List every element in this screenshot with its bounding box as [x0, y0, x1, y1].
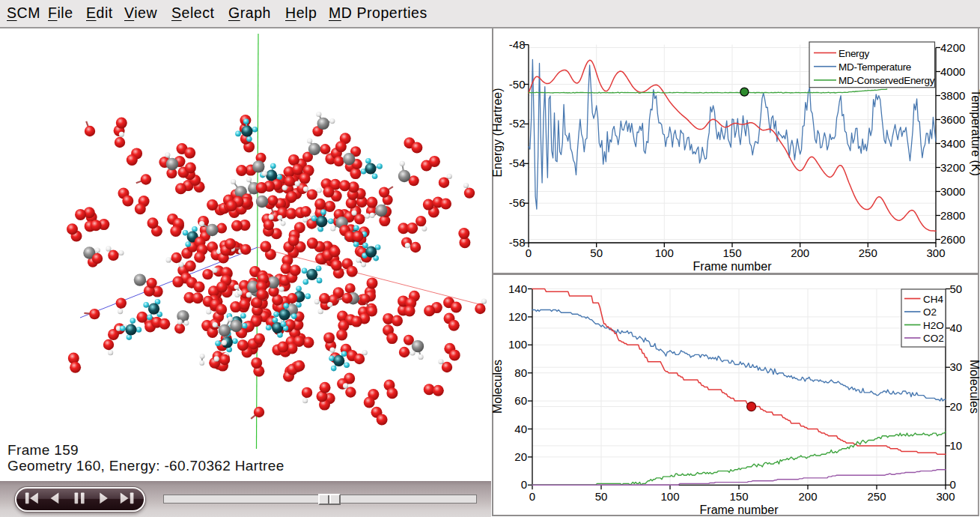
svg-text:80: 80 — [514, 366, 527, 379]
svg-text:60: 60 — [514, 394, 527, 407]
svg-text:0: 0 — [526, 247, 532, 259]
svg-text:-52: -52 — [509, 117, 526, 130]
svg-text:250: 250 — [867, 490, 886, 503]
svg-text:4000: 4000 — [940, 65, 965, 78]
svg-text:3600: 3600 — [940, 113, 965, 126]
svg-text:50: 50 — [590, 247, 603, 259]
svg-text:100: 100 — [508, 338, 527, 351]
svg-text:200: 200 — [798, 490, 817, 503]
svg-text:Energy: Energy — [839, 48, 870, 59]
svg-text:3400: 3400 — [940, 137, 965, 150]
svg-text:300: 300 — [926, 247, 945, 259]
svg-text:3800: 3800 — [940, 89, 965, 102]
svg-text:3000: 3000 — [940, 185, 965, 198]
svg-text:H2O: H2O — [923, 320, 944, 331]
svg-text:140: 140 — [508, 282, 527, 295]
svg-text:40: 40 — [514, 423, 527, 435]
svg-text:50: 50 — [595, 490, 608, 503]
svg-text:200: 200 — [791, 247, 809, 259]
svg-text:100: 100 — [655, 247, 674, 259]
svg-text:10: 10 — [950, 439, 963, 452]
svg-text:120: 120 — [508, 310, 527, 323]
svg-text:Molecules: Molecules — [968, 360, 980, 414]
svg-text:CO2: CO2 — [923, 333, 944, 344]
svg-text:Frame number: Frame number — [700, 504, 779, 516]
svg-text:CH4: CH4 — [923, 294, 943, 305]
svg-text:Molecules: Molecules — [491, 360, 504, 414]
svg-text:Frame number: Frame number — [693, 260, 773, 273]
svg-text:3200: 3200 — [940, 161, 965, 174]
svg-text:150: 150 — [722, 247, 741, 259]
svg-text:-56: -56 — [509, 196, 526, 209]
svg-text:300: 300 — [936, 490, 955, 503]
svg-text:2600: 2600 — [940, 233, 965, 246]
svg-text:100: 100 — [660, 490, 679, 503]
svg-text:-50: -50 — [509, 78, 526, 91]
svg-text:Temperature (K): Temperature (K) — [970, 89, 980, 176]
svg-text:4200: 4200 — [940, 41, 965, 54]
svg-text:0: 0 — [529, 490, 535, 503]
svg-text:2800: 2800 — [940, 209, 965, 222]
svg-text:0: 0 — [521, 478, 527, 491]
svg-text:20: 20 — [514, 450, 527, 463]
svg-text:Energy (Hartree): Energy (Hartree) — [491, 88, 504, 177]
svg-text:150: 150 — [729, 490, 748, 503]
svg-text:MD-ConservedEnergy: MD-ConservedEnergy — [839, 75, 935, 86]
svg-text:-54: -54 — [509, 157, 526, 169]
svg-text:250: 250 — [859, 247, 877, 259]
svg-text:-58: -58 — [509, 236, 526, 249]
svg-text:0: 0 — [950, 478, 956, 491]
svg-text:30: 30 — [950, 360, 963, 373]
svg-text:40: 40 — [950, 321, 963, 334]
svg-text:20: 20 — [950, 400, 963, 413]
svg-text:50: 50 — [950, 282, 963, 295]
svg-text:-48: -48 — [509, 38, 526, 51]
svg-text:MD-Temperature: MD-Temperature — [839, 61, 911, 73]
svg-text:O2: O2 — [923, 306, 937, 318]
